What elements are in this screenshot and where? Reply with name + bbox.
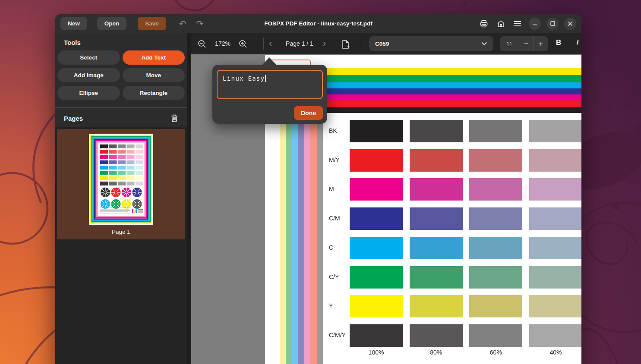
color-swatch <box>410 324 463 347</box>
color-swatch <box>529 120 581 142</box>
redo-icon[interactable]: ↷ <box>195 19 205 28</box>
swatch-row-label: C/M <box>329 215 340 222</box>
test-page-stripe-vertical <box>317 113 323 364</box>
test-page-stripe-vertical <box>286 113 292 364</box>
maximize-button[interactable] <box>546 18 559 30</box>
trash-icon[interactable] <box>171 113 180 123</box>
bold-button[interactable]: B <box>556 38 561 47</box>
tool-button-ellipse[interactable]: Ellipse <box>57 86 120 100</box>
pages-list: Page 1 <box>55 127 187 364</box>
color-bars-left <box>280 113 323 364</box>
color-swatch <box>410 237 463 259</box>
color-swatch <box>350 324 403 347</box>
percent-label: 40% <box>529 349 581 356</box>
color-swatch <box>529 266 581 289</box>
titlebar: New Open Save ↶ ↷ FOSPX PDF Editor - lin… <box>55 14 581 33</box>
undo-icon[interactable]: ↶ <box>177 19 188 28</box>
swatch-row-label: BK <box>329 127 337 134</box>
done-button[interactable]: Done <box>294 106 323 120</box>
menu-icon[interactable] <box>512 18 523 29</box>
color-swatch <box>469 149 522 172</box>
color-swatch <box>350 149 403 172</box>
previous-page-icon[interactable]: ‹ <box>269 39 272 48</box>
toolbar-separator-2 <box>361 38 361 50</box>
test-page-stripe-vertical <box>304 113 310 364</box>
color-swatch <box>469 120 522 142</box>
color-swatch <box>410 120 463 142</box>
open-button[interactable]: Open <box>97 17 127 30</box>
percent-label: 80% <box>410 349 463 356</box>
text-input-value: Linux Easy <box>223 75 265 82</box>
add-page-icon[interactable] <box>340 39 351 50</box>
percent-label: 60% <box>469 349 522 356</box>
color-swatch <box>529 324 581 347</box>
color-swatch <box>469 237 522 259</box>
document-canvas: BKM/YMC/MCC/YYC/M/Y100%80%60%40% Linux E… <box>191 54 581 364</box>
tool-button-add-text[interactable]: Add Text <box>123 50 185 65</box>
tool-button-rectangle[interactable]: Rectangle <box>123 86 185 100</box>
font-size-increase-button[interactable]: + <box>533 36 548 51</box>
home-icon[interactable] <box>495 18 506 29</box>
color-swatch <box>410 295 463 317</box>
font-size-field[interactable]: 11 <box>500 36 519 51</box>
font-size-group: 11 − + <box>500 36 548 51</box>
new-button[interactable]: New <box>60 17 87 30</box>
page-thumbnail-item[interactable]: Page 1 <box>57 129 185 239</box>
swatch-row-label: Y <box>329 302 333 309</box>
color-swatch <box>350 207 403 230</box>
next-page-icon[interactable]: › <box>323 39 326 48</box>
color-swatch <box>350 266 403 289</box>
color-swatch <box>410 266 463 289</box>
popup-arrow <box>262 57 276 65</box>
color-swatch <box>410 207 463 230</box>
zoom-out-icon[interactable] <box>196 38 208 50</box>
color-swatch <box>469 266 522 289</box>
color-swatch <box>469 178 522 201</box>
tool-button-select[interactable]: Select <box>57 50 120 65</box>
font-family-select[interactable]: C059 <box>369 36 493 51</box>
zoom-level: 172% <box>213 40 233 47</box>
color-swatch <box>529 237 581 259</box>
test-page-stripe-vertical <box>280 113 286 364</box>
color-swatch <box>410 149 463 172</box>
close-button[interactable] <box>564 18 576 30</box>
page-indicator: Page 1 / 1 <box>280 40 319 47</box>
tools-section-title: Tools <box>64 39 179 46</box>
color-swatch <box>529 295 581 317</box>
test-page-stripe-vertical <box>310 113 316 364</box>
page-thumbnail-image <box>89 134 153 225</box>
app-window: New Open Save ↶ ↷ FOSPX PDF Editor - lin… <box>55 14 581 364</box>
text-input[interactable]: Linux Easy <box>217 70 323 99</box>
color-swatch <box>350 295 403 317</box>
tool-button-add-image[interactable]: Add Image <box>57 68 120 82</box>
minimize-button[interactable] <box>529 18 541 30</box>
zoom-in-icon[interactable] <box>237 38 249 50</box>
print-icon[interactable] <box>478 18 489 29</box>
view-toolbar: 172% ‹ Page 1 / 1 › <box>191 33 581 54</box>
swatch-row-label: C/M/Y <box>329 332 346 339</box>
tool-button-move[interactable]: Move <box>123 68 185 82</box>
color-swatch <box>350 120 403 142</box>
toolbar-separator <box>263 38 264 50</box>
color-swatch <box>350 237 403 259</box>
page-thumbnail-label: Page 1 <box>112 229 130 235</box>
color-swatch <box>529 178 581 201</box>
text-caret <box>265 75 266 82</box>
save-button[interactable]: Save <box>138 17 166 30</box>
pages-header: Pages <box>55 108 187 127</box>
sidebar: Tools SelectAdd TextAdd ImageMoveEllipse… <box>55 33 187 364</box>
percent-label: 100% <box>350 349 403 356</box>
main-area: 172% ‹ Page 1 / 1 › <box>191 33 581 364</box>
font-size-decrease-button[interactable]: − <box>519 36 533 51</box>
color-swatch <box>469 324 522 347</box>
color-swatch <box>469 295 522 317</box>
pane-separator <box>187 33 191 364</box>
swatch-row-label: M <box>329 185 334 192</box>
test-page-stripe-vertical <box>298 113 304 364</box>
text-edit-popup: Linux Easy Done <box>212 65 327 124</box>
pages-section-title: Pages <box>64 115 83 122</box>
italic-button[interactable]: I <box>576 38 579 47</box>
chevron-down-icon <box>481 42 487 46</box>
swatch-row-label: C <box>329 244 333 251</box>
test-page-stripe-vertical <box>292 113 298 364</box>
